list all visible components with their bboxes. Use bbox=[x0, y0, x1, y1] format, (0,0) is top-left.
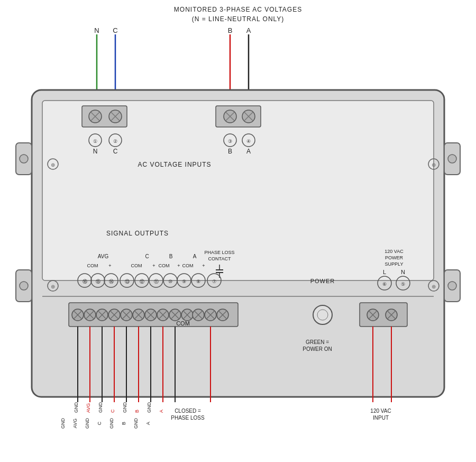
label-B-top: B bbox=[228, 26, 233, 34]
label-wire-13: C bbox=[97, 421, 102, 425]
label-plus-B: + bbox=[177, 263, 180, 268]
bottom-label-9: A bbox=[159, 410, 164, 413]
mount-hole-left-top bbox=[20, 155, 28, 163]
svg-text:⑦: ⑦ bbox=[212, 279, 216, 284]
svg-text:⑭: ⑭ bbox=[109, 279, 114, 284]
label-com-C: COM bbox=[131, 263, 142, 268]
heading2: (N = LINE-NEUTRAL ONLY) bbox=[192, 15, 285, 23]
label-wire-15: AVG bbox=[72, 419, 78, 428]
svg-text:①: ① bbox=[93, 139, 97, 144]
label-L: L bbox=[383, 269, 386, 275]
label-power: POWER bbox=[310, 278, 335, 284]
label-N-top: N bbox=[94, 26, 99, 34]
label-wire-14: GND bbox=[85, 418, 90, 429]
label-phase-loss-2: CONTACT bbox=[208, 256, 231, 261]
bottom-label-15: AVG bbox=[86, 403, 91, 413]
svg-text:③: ③ bbox=[228, 139, 232, 144]
label-closed-phase-2: PHASE LOSS bbox=[171, 415, 205, 421]
svg-text:④: ④ bbox=[246, 139, 251, 144]
label-green-power-1: GREEN = bbox=[306, 339, 329, 345]
label-N-power: N bbox=[401, 269, 405, 275]
svg-text:⑬: ⑬ bbox=[125, 279, 130, 284]
bottom-label-10: GND bbox=[147, 402, 152, 413]
mount-hole-right-bot bbox=[448, 282, 456, 290]
label-plus-C: + bbox=[152, 263, 155, 268]
label-A-top: A bbox=[246, 26, 251, 34]
label-phase-loss-1: PHASE LOSS bbox=[204, 250, 234, 255]
bottom-label-13: C bbox=[110, 409, 115, 413]
led-inner bbox=[317, 310, 328, 320]
svg-text:⑥: ⑥ bbox=[382, 282, 387, 287]
label-C-top: C bbox=[113, 26, 117, 34]
svg-text:⑮: ⑮ bbox=[96, 279, 100, 284]
label-N-bot: N bbox=[93, 148, 98, 155]
svg-text:⊕: ⊕ bbox=[51, 284, 55, 289]
svg-text:⑪: ⑪ bbox=[154, 279, 159, 284]
bottom-label-16: GND bbox=[74, 402, 79, 413]
svg-text:⑧: ⑧ bbox=[196, 279, 200, 284]
svg-text:⑩: ⑩ bbox=[168, 279, 172, 284]
svg-text:⑫: ⑫ bbox=[140, 279, 144, 284]
label-120vac-supply-3: SUPPLY bbox=[385, 261, 404, 267]
svg-text:⊕: ⊕ bbox=[432, 284, 436, 289]
label-wire-10: GND bbox=[133, 418, 139, 429]
label-C-sig: C bbox=[145, 253, 149, 259]
bottom-label-12: GND bbox=[122, 402, 127, 413]
label-A-bot: A bbox=[246, 148, 251, 155]
label-wire-16: GND bbox=[60, 418, 66, 429]
heading1: MONITORED 3-PHASE AC VOLTAGES bbox=[174, 6, 302, 13]
diagram-container: MONITORED 3-PHASE AC VOLTAGES (N = LINE-… bbox=[0, 0, 476, 462]
label-green-power-2: POWER ON bbox=[303, 346, 332, 352]
svg-text:⊕: ⊕ bbox=[432, 162, 436, 168]
label-avg: AVG bbox=[98, 253, 109, 259]
label-com-B: COM bbox=[159, 263, 170, 268]
label-wire-12: GND bbox=[109, 418, 114, 429]
label-120vac-input-2: INPUT bbox=[373, 415, 389, 421]
svg-text:⊕: ⊕ bbox=[51, 162, 55, 168]
signal-outputs-label: SIGNAL OUTPUTS bbox=[106, 230, 169, 237]
mount-hole-left-bot bbox=[20, 282, 28, 290]
label-120vac-supply-1: 120 VAC bbox=[385, 249, 404, 254]
label-120vac-input-1: 120 VAC bbox=[370, 408, 391, 414]
label-wire-9: A bbox=[145, 422, 151, 425]
label-plus-avg: + bbox=[108, 263, 111, 268]
svg-text:⑨: ⑨ bbox=[182, 279, 186, 284]
label-B-sig: B bbox=[169, 253, 173, 259]
label-com-avg: COM bbox=[87, 263, 98, 268]
mount-hole-right-top bbox=[448, 155, 456, 163]
label-closed-phase-1: CLOSED = bbox=[175, 408, 201, 414]
label-plus-A: + bbox=[202, 263, 205, 268]
svg-text:⑯: ⑯ bbox=[83, 279, 87, 284]
label-120vac-supply-2: POWER bbox=[385, 255, 404, 260]
label-B-bot: B bbox=[228, 148, 232, 155]
svg-text:②: ② bbox=[113, 139, 117, 144]
svg-text:⑤: ⑤ bbox=[401, 282, 405, 287]
label-A-sig: A bbox=[193, 253, 197, 259]
com-label-bottom: COM bbox=[176, 320, 190, 327]
label-com-A: COM bbox=[182, 263, 194, 268]
label-C-bot: C bbox=[113, 148, 118, 155]
bottom-label-14: GND bbox=[98, 402, 103, 413]
bottom-label-11: B bbox=[134, 410, 140, 413]
ac-voltage-inputs-label: AC VOLTAGE INPUTS bbox=[138, 161, 211, 168]
label-wire-11: B bbox=[121, 422, 126, 425]
